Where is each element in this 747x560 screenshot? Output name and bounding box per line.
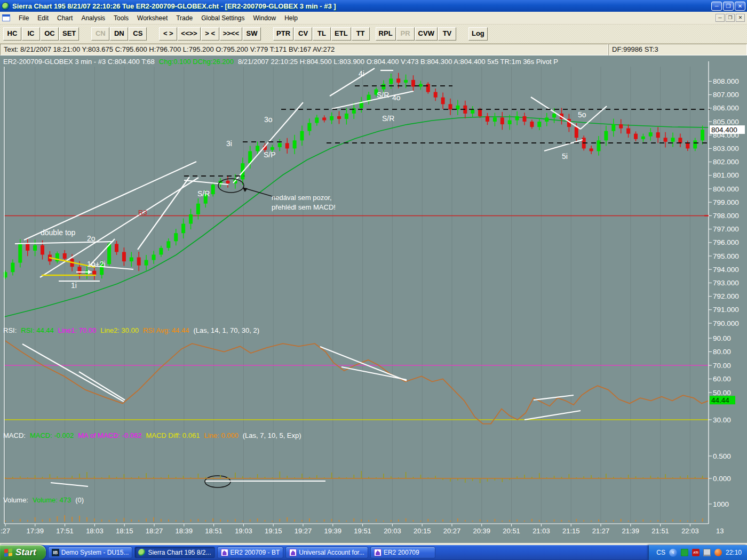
price-axis-label: 801.000 bbox=[713, 171, 739, 179]
mdi-minimize-button[interactable]: ─ bbox=[716, 14, 725, 22]
mdi-restore-button[interactable]: ❐ bbox=[726, 14, 735, 22]
toolbar-button-[interactable]: > < bbox=[201, 27, 219, 41]
candle bbox=[404, 80, 408, 83]
candle bbox=[285, 143, 289, 148]
candle bbox=[671, 138, 675, 142]
ati-tray-icon[interactable]: ATI bbox=[692, 549, 700, 556]
menu-trade[interactable]: Trade bbox=[172, 13, 197, 23]
mdi-close-button[interactable]: ✕ bbox=[736, 14, 745, 22]
taskbar-clock: 22:10 bbox=[726, 549, 742, 556]
time-axis-label: 20:03 bbox=[384, 527, 401, 535]
candle bbox=[196, 204, 200, 214]
hide-icons-chevron[interactable]: ‹ bbox=[669, 549, 677, 557]
candle bbox=[389, 78, 393, 84]
toolbar-button-sw[interactable]: SW bbox=[243, 27, 261, 41]
menu-chart[interactable]: Chart bbox=[53, 13, 77, 23]
rsi-axis-label: 80.00 bbox=[713, 348, 731, 356]
menu-help[interactable]: Help bbox=[280, 13, 302, 23]
tray-green-app-icon[interactable] bbox=[681, 549, 688, 556]
start-button[interactable]: Start bbox=[0, 545, 46, 560]
chart-annotation-text: 4i bbox=[359, 69, 364, 78]
candle bbox=[189, 214, 193, 224]
taskbar-task[interactable]: IBDemo System - DU15... bbox=[48, 547, 133, 558]
toolbar-button-oc[interactable]: OC bbox=[41, 27, 59, 41]
highlight-ellipse bbox=[218, 179, 244, 193]
price-axis-label: 796.000 bbox=[713, 238, 739, 246]
toolbar-button-ptr[interactable]: PTR bbox=[273, 27, 293, 41]
time-axis-label: 22:03 bbox=[681, 527, 699, 535]
restore-button[interactable]: ❐ bbox=[723, 2, 734, 11]
toolbar-button-hc[interactable]: HC bbox=[3, 27, 21, 41]
toolbar-button-ic[interactable]: IC bbox=[22, 27, 40, 41]
rsi-value-text: Line2: 30.00 bbox=[100, 326, 139, 334]
menu-analysis[interactable]: Analysis bbox=[77, 13, 109, 23]
candle bbox=[26, 244, 29, 251]
macd-value-text: MACD: -0.002 bbox=[30, 431, 74, 439]
candle bbox=[649, 132, 653, 137]
taskbar-task[interactable]: Sierra Chart 195 8/2... bbox=[134, 547, 214, 558]
globe2-icon bbox=[138, 549, 146, 556]
toolbar-button-rpl[interactable]: RPL bbox=[376, 27, 396, 41]
window-buttons: ─ ❐ ✕ bbox=[711, 2, 745, 11]
price-axis-label: 799.000 bbox=[713, 198, 739, 206]
candle bbox=[256, 146, 259, 151]
rsi-axis-label: 60.00 bbox=[713, 375, 731, 383]
menu-window[interactable]: Window bbox=[249, 13, 281, 23]
toolbar-button-[interactable]: <<>> bbox=[178, 27, 200, 41]
toolbar-button-set[interactable]: SET bbox=[59, 27, 79, 41]
toolbar-button-cvw[interactable]: CVW bbox=[415, 27, 438, 41]
chart-annotation-text: nedával sem pozor, bbox=[272, 194, 332, 202]
task-label: Universal Account for... bbox=[299, 549, 364, 556]
price-axis-label: 791.000 bbox=[713, 306, 739, 314]
close-button[interactable]: ✕ bbox=[735, 2, 745, 11]
candle bbox=[145, 260, 148, 266]
toolbar-button-cv[interactable]: CV bbox=[294, 27, 312, 41]
candle bbox=[166, 241, 170, 248]
candle bbox=[590, 148, 593, 151]
toolbar-button-tl[interactable]: TL bbox=[313, 27, 331, 41]
chart-header-row: ER2-200709-GLOBEX 3 min - #3 C:804.400 T… bbox=[3, 58, 562, 66]
candle bbox=[537, 122, 541, 127]
taskbar: Start IBDemo System - DU15...Sierra Char… bbox=[0, 545, 747, 560]
price-axis-label: 807.000 bbox=[713, 91, 739, 99]
rsi-axis-label: 30.00 bbox=[713, 416, 731, 424]
time-axis-label: :27 bbox=[1, 527, 10, 535]
candle bbox=[686, 143, 689, 148]
trendline bbox=[544, 140, 583, 151]
toolbar-button-tv[interactable]: TV bbox=[438, 27, 456, 41]
toolbar-button-[interactable]: < > bbox=[159, 27, 177, 41]
chart-canvas[interactable]: 808.000807.000806.000805.000804.000803.0… bbox=[0, 55, 747, 543]
candle bbox=[523, 116, 527, 122]
toolbar-button-tt[interactable]: TT bbox=[352, 27, 370, 41]
time-axis-label: 21:51 bbox=[651, 527, 669, 535]
menu-tools[interactable]: Tools bbox=[109, 13, 133, 23]
display-settings-icon[interactable] bbox=[703, 549, 711, 556]
menu-worksheet[interactable]: Worksheet bbox=[133, 13, 172, 23]
toolbar-button-log[interactable]: Log bbox=[468, 27, 488, 41]
price-axis-label: 805.000 bbox=[713, 118, 739, 126]
tray-orange-app-icon[interactable] bbox=[714, 549, 722, 556]
menu-file[interactable]: File bbox=[14, 13, 33, 23]
chart-annotation-text: 4o bbox=[392, 93, 401, 102]
toolbar-button-cs[interactable]: CS bbox=[129, 27, 147, 41]
toolbar-button-[interactable]: >><< bbox=[220, 27, 242, 41]
chart-annotation-text: přehlédl sem MACD! bbox=[272, 203, 336, 211]
menu-edit[interactable]: Edit bbox=[33, 13, 53, 23]
macd-value-text: MACD Diff: 0.061 bbox=[146, 431, 200, 439]
rsi-axis-label: 70.00 bbox=[713, 362, 731, 370]
menu-global-settings[interactable]: Global Settings bbox=[197, 13, 249, 23]
candle bbox=[382, 84, 385, 89]
taskbar-task[interactable]: ER2 200709 bbox=[370, 547, 435, 558]
title-bar: Sierra Chart 195 8/21/07 22:10:26 Tue ER… bbox=[0, 0, 747, 12]
toolbar-button-etl[interactable]: ETL bbox=[331, 27, 351, 41]
rsi-value-text: (Las, 14, 1, 70, 30, 2) bbox=[193, 326, 259, 334]
candle bbox=[92, 271, 96, 275]
candle bbox=[678, 138, 682, 143]
taskbar-task[interactable]: ER2 200709 - BT bbox=[217, 547, 284, 558]
toolbar-button-dn[interactable]: DN bbox=[110, 27, 128, 41]
minimize-button[interactable]: ─ bbox=[711, 2, 722, 11]
time-axis-label: 18:27 bbox=[146, 527, 163, 535]
taskbar-task[interactable]: Universal Account for... bbox=[285, 547, 368, 558]
candle bbox=[330, 116, 333, 121]
language-indicator[interactable]: CS bbox=[656, 549, 665, 556]
